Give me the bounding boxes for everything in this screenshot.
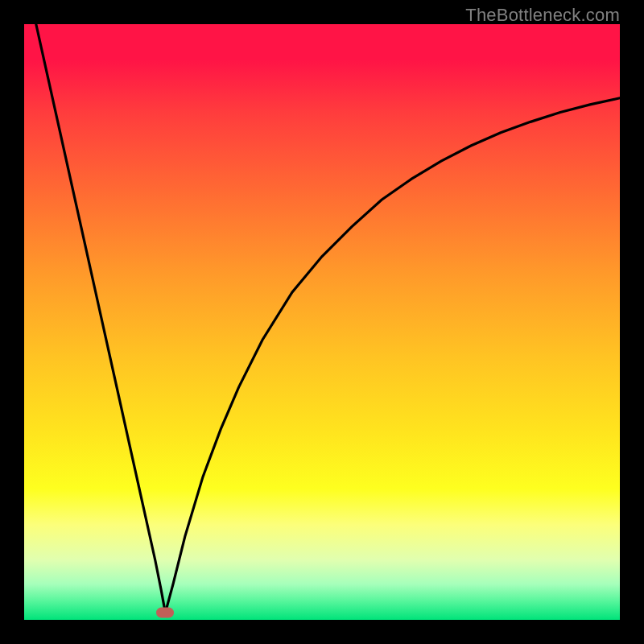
chart-frame: TheBottleneck.com: [0, 0, 644, 644]
attribution-text: TheBottleneck.com: [465, 5, 620, 26]
curve-right-branch: [165, 98, 620, 613]
minimum-marker: [156, 608, 174, 618]
bottleneck-curve: [24, 24, 620, 620]
curve-left-branch: [36, 24, 166, 613]
